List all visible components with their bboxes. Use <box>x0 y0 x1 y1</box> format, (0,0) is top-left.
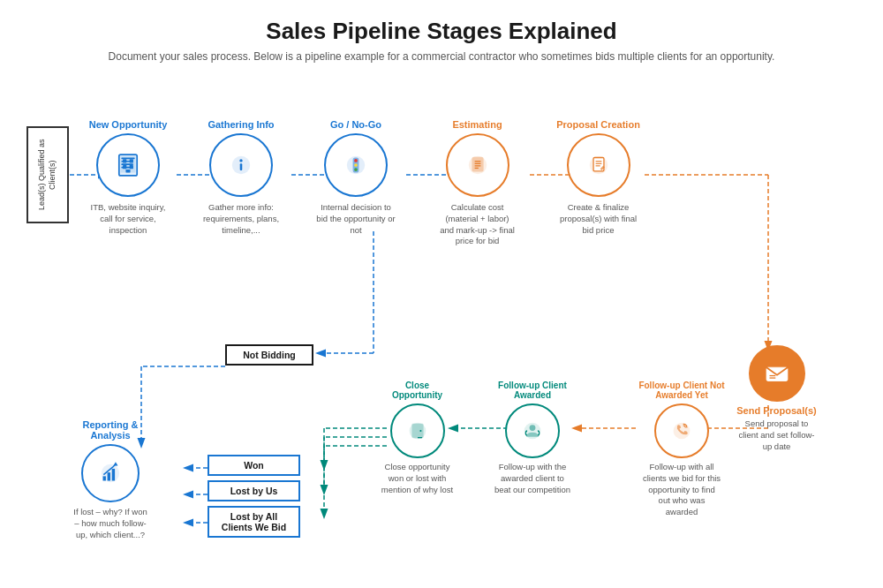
stage-close-opportunity: Close Opportunity Close opportunity won … <box>380 381 455 495</box>
lead-box-label: Lead(s) Qualified as Client(s) <box>37 128 57 222</box>
close-opportunity-label: Close Opportunity <box>380 381 455 400</box>
svg-rect-67 <box>112 469 115 481</box>
reporting-desc: If lost – why? If won – how much follow-… <box>71 507 150 540</box>
followup-not-awarded-label: Follow-up Client Not Awarded Yet <box>638 381 726 400</box>
lead-box: Lead(s) Qualified as Client(s) <box>26 126 69 223</box>
svg-rect-44 <box>472 158 483 171</box>
diagram: Lead(s) Qualified as Client(s) New Oppor… <box>26 84 857 543</box>
svg-point-40 <box>354 159 358 162</box>
page-subtitle: Document your sales process. Below is a … <box>26 50 857 63</box>
go-nogo-desc: Internal decision to bid the opportunity… <box>316 202 396 236</box>
proposal-creation-desc: Create & finalize proposal(s) with final… <box>559 202 638 236</box>
estimating-desc: Calculate cost (material + labor) and ma… <box>438 202 517 247</box>
reporting-label: Reporting & Analysis <box>71 419 150 441</box>
svg-point-57 <box>674 423 691 440</box>
svg-rect-37 <box>240 163 243 170</box>
svg-rect-30 <box>123 159 126 162</box>
send-proposals-circle <box>749 345 805 402</box>
page-container: Sales Pipeline Stages Explained Document… <box>0 0 883 588</box>
stage-reporting: Reporting & Analysis If lost – why? If w… <box>71 419 150 540</box>
gathering-info-desc: Gather more info: requirements, plans, t… <box>201 202 281 236</box>
outcome-won: Won <box>208 455 300 476</box>
new-opportunity-desc: ITB, website inquiry, call for service, … <box>88 202 168 236</box>
stage-go-nogo: Go / No-Go Internal decision to bid the … <box>316 119 396 236</box>
stage-followup-not-awarded: Follow-up Client Not Awarded Yet Follow-… <box>638 381 726 518</box>
svg-point-42 <box>354 168 358 171</box>
svg-rect-65 <box>103 476 106 480</box>
stage-proposal-creation: Proposal Creation Create & finalize prop… <box>556 119 640 236</box>
proposal-creation-label: Proposal Creation <box>556 119 640 130</box>
svg-rect-34 <box>125 170 130 172</box>
followup-awarded-circle <box>505 403 560 458</box>
outcome-not-bidding: Not Bidding <box>225 344 313 366</box>
stage-followup-awarded: Follow-up Client Awarded Follow-up with … <box>493 381 572 495</box>
gathering-info-circle <box>209 133 273 197</box>
svg-rect-32 <box>123 165 126 169</box>
go-nogo-label: Go / No-Go <box>330 119 381 130</box>
estimating-label: Estimating <box>452 119 502 130</box>
stage-gathering-info: Gathering Info Gather more info: require… <box>201 119 281 236</box>
proposal-creation-circle <box>567 133 630 197</box>
new-opportunity-circle <box>96 133 160 197</box>
stage-estimating: Estimating Calculate cost (material + la… <box>435 119 519 247</box>
followup-not-awarded-circle <box>654 403 709 458</box>
close-opportunity-desc: Close opportunity won or lost with menti… <box>380 462 455 495</box>
svg-point-62 <box>419 430 421 432</box>
reporting-circle <box>81 444 140 502</box>
go-nogo-circle <box>324 133 388 197</box>
gathering-info-label: Gathering Info <box>208 119 274 130</box>
followup-not-awarded-desc: Follow-up with all clients we bid for th… <box>642 462 721 518</box>
followup-awarded-desc: Follow-up with the awarded client to bea… <box>493 462 572 495</box>
svg-marker-68 <box>113 462 117 465</box>
stage-send-proposals: Send Proposal(s) Send proposal to client… <box>735 345 819 452</box>
outcome-lost-by-us: Lost by Us <box>208 480 300 501</box>
send-proposals-label: Send Proposal(s) <box>736 405 816 416</box>
svg-point-59 <box>530 425 536 431</box>
estimating-circle <box>446 133 509 197</box>
svg-point-41 <box>354 163 358 167</box>
close-opportunity-circle <box>390 403 445 458</box>
outcome-lost-by-all: Lost by All Clients We Bid <box>208 506 300 538</box>
svg-rect-31 <box>130 159 133 162</box>
page-title: Sales Pipeline Stages Explained <box>26 18 857 45</box>
svg-rect-66 <box>108 472 110 480</box>
send-proposals-desc: Send proposal to client and set follow-u… <box>737 418 817 452</box>
followup-awarded-label: Follow-up Client Awarded <box>493 381 572 400</box>
svg-rect-33 <box>130 165 133 169</box>
new-opportunity-label: New Opportunity <box>89 119 168 130</box>
stage-new-opportunity: New Opportunity ITB, website i <box>88 119 168 236</box>
svg-point-36 <box>239 159 242 162</box>
